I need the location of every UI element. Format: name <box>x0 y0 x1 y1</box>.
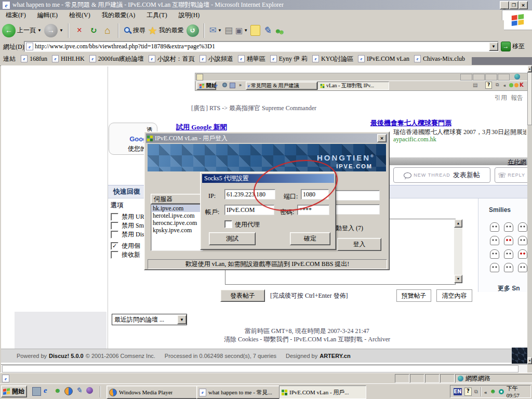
checkbox-row[interactable]: 禁用 UR <box>111 212 144 221</box>
mail-button[interactable]: ✉ ▼ <box>209 25 222 36</box>
smiley-icon[interactable] <box>490 249 499 259</box>
link-item[interactable]: eIPvE.COM vLan <box>358 55 409 63</box>
topic-bar-link[interactable]: 在此網 <box>508 158 526 167</box>
ad-right-link[interactable]: 最後機會奪七人欖球賽門票 <box>370 118 451 128</box>
taskbar-wmp-button[interactable]: Windows Media Player <box>107 385 198 399</box>
back-button[interactable]: ← 上一頁 ▼ <box>2 24 42 37</box>
ad-right-url[interactable]: aypacific.com.hk <box>393 136 436 143</box>
vscroll-down-icon[interactable]: ▼ <box>527 357 532 364</box>
link-item[interactable]: eHIHI.HK <box>52 55 85 63</box>
refresh-icon[interactable]: ↻ <box>88 25 99 36</box>
smiley-icon[interactable] <box>504 222 513 232</box>
address-combo[interactable]: e http://www.ipve.com/bbs/viewthread.php… <box>24 41 499 52</box>
link-item[interactable]: e168fun <box>21 55 47 63</box>
checkbox-icon[interactable] <box>111 251 118 259</box>
quicklaunch-messenger-icon[interactable]: ☻ <box>54 387 61 395</box>
server-item-selected[interactable]: hk.ipve.com <box>151 205 203 212</box>
ad-left-link[interactable]: 試用 Google 新聞 <box>176 123 227 132</box>
checkbox-row[interactable]: 禁用 Sm <box>111 221 144 230</box>
clear-button[interactable]: 清空內容 <box>436 289 472 302</box>
discuz-brand[interactable]: Discuz! 5.0.0 <box>49 353 84 359</box>
post-submit-button[interactable]: 發表帖子 <box>220 289 265 302</box>
checkbox-checked-icon[interactable]: ✓ <box>111 242 118 250</box>
select-dropdown-icon[interactable]: ▼ <box>177 315 187 324</box>
messenger-icon[interactable]: ☻ ☻ <box>274 26 284 35</box>
language-indicator[interactable]: EN <box>454 388 462 395</box>
smiley-icon[interactable] <box>518 236 527 245</box>
menu-favorites[interactable]: 我的最愛(A) <box>96 11 141 20</box>
hscroll-thumb[interactable] <box>2 365 518 373</box>
edit-button[interactable]: ▣ ▼ <box>235 26 248 35</box>
smiley-icon[interactable] <box>504 236 513 245</box>
auto-login-label[interactable]: 動登入 (7) <box>336 224 363 233</box>
vscroll-up-icon[interactable]: ▲ <box>527 65 532 72</box>
smiley-icon[interactable] <box>490 236 499 245</box>
print-icon[interactable]: ▤ <box>224 25 233 36</box>
preview-button[interactable]: 預覽帖子 <box>396 289 431 302</box>
forward-button[interactable]: → ▼ <box>44 24 63 37</box>
start-button[interactable]: 開始 <box>1 385 27 397</box>
more-smilies-link[interactable]: 更多 Sn <box>498 284 520 293</box>
vscroll-thumb[interactable] <box>527 72 532 125</box>
vlan-username-field[interactable] <box>331 190 380 201</box>
taskbar-ie-button[interactable]: e what happen to me - 常見... <box>196 385 281 399</box>
smiley-icon[interactable] <box>504 263 513 272</box>
menu-tools[interactable]: 工具(T) <box>141 11 172 20</box>
server-list-header[interactable]: 伺服器 <box>151 194 203 204</box>
forward-dropdown-icon[interactable]: ▼ <box>59 28 63 33</box>
link-item[interactable]: e2000fun繽紛論壇 <box>89 55 144 63</box>
horizontal-scrollbar[interactable] <box>1 364 527 373</box>
link-item[interactable]: eKYO討論區 <box>312 55 353 63</box>
taskbar-vlan-button[interactable]: IPvE.COM vLan - 用戶... <box>279 385 366 399</box>
server-item[interactable]: herotel.ipve.com <box>151 212 203 219</box>
smiley-icon[interactable] <box>518 222 527 232</box>
scroll-down-icon[interactable]: ▼ <box>454 275 462 283</box>
vlan-close-icon[interactable]: × <box>377 134 387 142</box>
server-item[interactable]: kpsky.ipve.com <box>151 227 203 234</box>
stop-icon[interactable]: × <box>74 25 85 36</box>
quicklaunch-ie-icon[interactable]: e <box>44 386 47 395</box>
smiley-icon[interactable] <box>518 249 527 259</box>
checkbox-row[interactable]: 禁用 Dis <box>111 230 144 239</box>
search-button[interactable]: 搜尋 <box>124 26 145 35</box>
menu-help[interactable]: 說明(H) <box>173 11 206 20</box>
server-item[interactable]: herocnc.ipve.com <box>151 219 203 227</box>
quicklaunch-wmp-icon[interactable] <box>64 387 73 395</box>
smiley-icon[interactable] <box>490 222 499 232</box>
ad-banner-line[interactable]: [廣告] RTS -> 最高指揮官 Supreme Commander <box>191 104 316 113</box>
artery-brand[interactable]: ARTERY.cn <box>320 353 351 359</box>
quill-icon[interactable]: ✎ <box>263 24 271 36</box>
vlan-password-field[interactable] <box>331 204 380 215</box>
browser-titlebar[interactable]: e what happen to me - 常見問題 & 用戶建議 - IPvE… <box>0 0 532 10</box>
smiley-icon[interactable] <box>518 263 527 272</box>
checkbox-row[interactable]: 接收新 <box>111 250 140 259</box>
link-item[interactable]: e小說村：首頁 <box>149 55 195 63</box>
new-thread-button[interactable]: NEW THREAD 发表新帖 <box>393 167 490 183</box>
menu-file[interactable]: 檔案(F) <box>0 11 32 20</box>
checkbox-row[interactable]: ✓使用個 <box>111 242 140 250</box>
notes-icon[interactable] <box>250 25 260 36</box>
quicklaunch-desktop-icon[interactable] <box>32 387 41 396</box>
player-tray-icon[interactable] <box>499 389 504 394</box>
smiley-icon[interactable] <box>490 263 499 272</box>
checkbox-icon[interactable] <box>111 213 118 221</box>
restore-button[interactable]: ❐ <box>509 1 518 9</box>
checkbox-icon[interactable] <box>111 231 118 238</box>
recent-forums-select[interactable]: 最近訪問的論壇 ... ▼ <box>112 314 187 325</box>
address-dropdown-icon[interactable]: ▼ <box>489 42 498 51</box>
home-icon[interactable]: ⌂ <box>102 25 113 36</box>
menu-view[interactable]: 檢視(V) <box>63 11 96 20</box>
url-text[interactable]: http://www.ipve.com/bbs/viewthread.php?t… <box>35 43 489 50</box>
smiley-icon[interactable] <box>504 249 513 259</box>
quicklaunch-quill-icon[interactable]: ✎ <box>76 386 82 395</box>
server-listbox[interactable]: hk.ipve.com herotel.ipve.com herocnc.ipv… <box>151 204 203 251</box>
close-button[interactable]: × <box>518 1 528 9</box>
quote-link[interactable]: 引用 <box>495 94 507 102</box>
messenger-tray-icon[interactable]: ☻ <box>489 388 496 395</box>
history-icon[interactable]: ↺ <box>187 24 199 37</box>
report-link[interactable]: 報告 <box>511 94 523 102</box>
link-item[interactable]: e小說頻道 <box>200 55 233 63</box>
scroll-up-icon[interactable]: ▲ <box>454 219 462 228</box>
back-dropdown-icon[interactable]: ▼ <box>37 28 42 33</box>
ok-button[interactable]: 確定 <box>290 232 330 245</box>
